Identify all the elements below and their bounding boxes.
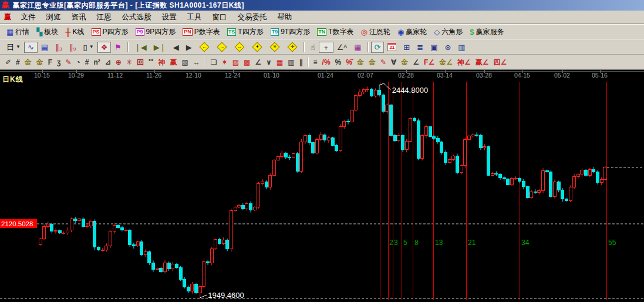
t-number-table-button[interactable]: TNT数字表 <box>313 26 357 38</box>
grid-lines-icon[interactable]: # <box>14 57 22 68</box>
menu-tools[interactable]: 工具 <box>182 11 207 24</box>
hand-tool[interactable]: ☝ <box>307 42 319 53</box>
crosshair-tool[interactable]: ＋ <box>319 42 333 53</box>
star-rays-icon[interactable]: ✳ <box>124 57 134 68</box>
indicator-flags-icon[interactable]: ⚑ <box>111 42 125 53</box>
period-day-button[interactable]: 日▼ <box>3 42 24 53</box>
menu-window[interactable]: 窗口 <box>207 11 232 24</box>
gann-angle-F-icon[interactable]: F∠ <box>422 57 437 68</box>
gold-levels-icon[interactable]: 金 <box>366 57 378 68</box>
gann-angle-gold-icon[interactable]: 金∠ <box>437 57 455 68</box>
goto-first-button[interactable]: ❘◀ <box>131 42 150 53</box>
grid-123-icon[interactable]: ▧ <box>179 57 190 68</box>
gold-circle-icon[interactable]: 金 <box>355 57 366 68</box>
shen-grid-icon[interactable]: 神 <box>156 57 167 68</box>
red-pen-icon[interactable]: ✎ <box>378 57 389 68</box>
save-icon[interactable]: ▣ <box>427 42 441 53</box>
menu-file[interactable]: 文件 <box>16 11 41 24</box>
n-square-icon[interactable]: n² <box>91 57 102 68</box>
info-panel-icon[interactable]: ▤ <box>38 42 52 53</box>
quotes-button[interactable]: ▦行情 <box>3 26 33 38</box>
system-menu-icon[interactable]: 赢 <box>3 12 16 22</box>
kline-9-icon[interactable]: ∥₉ <box>66 42 80 53</box>
degree-marks-icon[interactable]: ʹʺ <box>146 57 156 68</box>
percent-slash-icon[interactable]: /% <box>320 57 333 68</box>
rays-icon[interactable]: ✶ <box>220 57 230 68</box>
gann-angle-si-icon[interactable]: 四∠ <box>491 57 509 68</box>
9p-square-button[interactable]: P99P四方形 <box>132 26 180 38</box>
calculator-icon[interactable]: ⊞ <box>400 42 413 53</box>
percent-line-icon[interactable]: %̄ <box>343 57 355 68</box>
circle-cross-icon[interactable]: ⊕ <box>113 57 124 68</box>
marker-pen-icon[interactable]: ✎ <box>63 57 73 68</box>
remote-pc-icon[interactable]: ▥ <box>454 42 468 53</box>
angle-up-icon[interactable]: ∠ <box>410 57 422 68</box>
sectors-button[interactable]: ▚板块 <box>33 26 62 38</box>
gann-left-arrow-tool[interactable]: ← <box>195 41 213 53</box>
hatch-box-icon[interactable]: ▨ <box>230 57 241 68</box>
percent-icon[interactable]: % <box>333 57 344 68</box>
candle <box>148 252 151 263</box>
t-square-button[interactable]: TST四方形 <box>224 26 267 38</box>
angle-measure-tool[interactable]: ∠ᴬ <box>333 42 351 53</box>
9t-square-button[interactable]: T99T四方形 <box>267 26 314 38</box>
network-icon[interactable]: ⊛ <box>441 42 454 53</box>
menu-news[interactable]: 资讯 <box>66 11 92 24</box>
kline-button[interactable]: ╫K线 <box>62 26 87 38</box>
triangle-ruler-icon[interactable]: ⊿ <box>103 57 113 68</box>
double-a-icon[interactable]: ∀ <box>389 57 399 68</box>
notes-icon[interactable]: ≣ <box>413 42 427 53</box>
gold-grid2-icon[interactable]: 金 <box>34 57 46 68</box>
width-arrows-icon[interactable]: ↔ <box>191 57 203 68</box>
vee-lines-icon[interactable]: ∨ <box>264 57 274 68</box>
menu-formula-stock-pick[interactable]: 公式选股 <box>117 11 157 24</box>
hexagon-icon: ◇ <box>434 28 440 36</box>
gann-right-arrow-tool[interactable]: → <box>213 41 231 53</box>
chart-area[interactable]: 日K线 10-1510-2911-1211-2612-1012-2401-100… <box>0 69 644 302</box>
gann-cross-tool[interactable]: ✛ <box>284 41 301 53</box>
spiral-icon[interactable]: ʒ <box>55 57 63 68</box>
goto-last-button[interactable]: ▶❘ <box>150 42 170 53</box>
menu-trading[interactable]: 交易委托 <box>232 11 272 24</box>
gann-both-arrow-tool[interactable]: ↔ <box>231 41 248 53</box>
kline-3-icon[interactable]: ∥₃ <box>52 42 66 53</box>
menu-gann[interactable]: 江恩 <box>92 11 117 24</box>
prev-page-button[interactable]: ◀ <box>170 42 183 53</box>
price-bars-icon[interactable]: ≡ <box>311 57 320 68</box>
calendar-21-icon[interactable]: 21 <box>384 41 400 53</box>
candle-style-button[interactable]: ▯▼ <box>80 42 97 53</box>
gold-levels2-icon[interactable]: 金 <box>399 57 410 68</box>
gann-angle-shen-icon[interactable]: 神∠ <box>455 57 473 68</box>
menu-help[interactable]: 帮助 <box>272 11 298 24</box>
cycle-tool[interactable]: ⟳ <box>371 42 385 53</box>
p-number-table-button[interactable]: PNP数字表 <box>179 26 224 38</box>
hash-ticks-icon[interactable]: # <box>83 57 92 68</box>
menu-browse[interactable]: 浏览 <box>41 11 66 24</box>
grid-tool[interactable]: ▦ <box>350 42 365 53</box>
date-label: 10-15 <box>34 72 50 79</box>
menu-settings[interactable]: 设置 <box>157 11 182 24</box>
square-spiral-icon[interactable]: 回 <box>134 57 146 68</box>
gann-angle-ying-icon[interactable]: 赢∠ <box>473 57 491 68</box>
draw-pen-icon[interactable]: ✐ <box>3 57 14 68</box>
cross-box-icon[interactable]: ▩ <box>241 57 252 68</box>
next-page-button[interactable]: ▶ <box>183 42 195 53</box>
p-square-button[interactable]: PSP四方形 <box>88 26 132 38</box>
angle-pair-icon[interactable]: ∠ <box>252 57 264 68</box>
select-box-icon[interactable]: ❏ <box>208 57 220 68</box>
grid-b-icon[interactable]: ▥ <box>285 57 296 68</box>
grid-a-icon[interactable]: ▦ <box>274 57 285 68</box>
circle-thirds-icon[interactable]: ◔ <box>73 57 82 68</box>
pattern-box-icon[interactable]: ❖ <box>97 42 112 53</box>
chart-window-icon[interactable]: ∿ <box>24 42 38 53</box>
winner-service-button[interactable]: $赢家服务 <box>466 26 507 38</box>
gann-wheel-button[interactable]: ◎江恩轮 <box>358 26 394 38</box>
gann-star4-tool[interactable]: ✦ <box>248 41 266 53</box>
gann-star8-tool[interactable]: ✳ <box>266 41 284 53</box>
fibonacci-grid-icon[interactable]: F <box>46 57 55 68</box>
parallel-lines-icon[interactable]: ∥ <box>297 57 305 68</box>
hexagon-button[interactable]: ◇六角形 <box>430 26 466 38</box>
gold-grid-icon[interactable]: 金 <box>22 57 34 68</box>
ying-grid-icon[interactable]: 赢 <box>167 57 179 68</box>
winner-wheel-button[interactable]: ◉赢家轮 <box>394 26 430 38</box>
